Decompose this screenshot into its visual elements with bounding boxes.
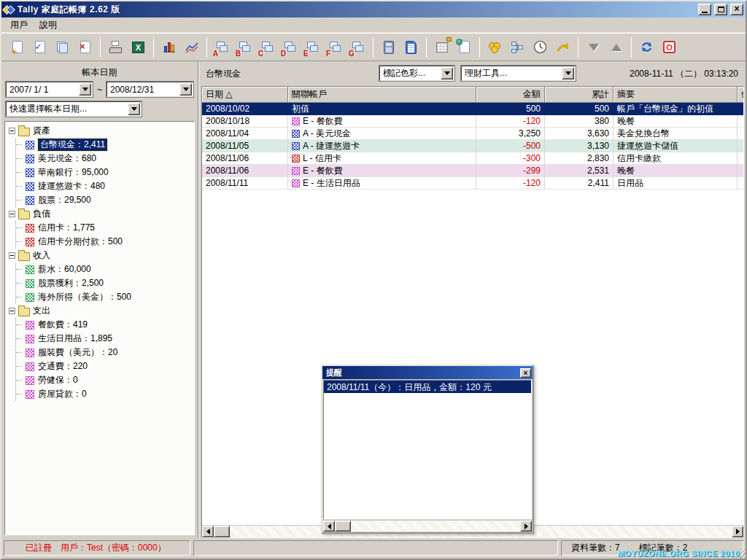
table-row[interactable]: 2008/11/04A - 美元現金3,2503,630美金兌換台幣 [202, 128, 743, 140]
tree-item[interactable]: 餐飲費：419 [16, 318, 194, 332]
table-row[interactable]: 2008/11/11E - 生活日用品-1202,411日用品 [202, 177, 743, 190]
scroll-left-button[interactable] [202, 526, 214, 537]
tree-item[interactable]: 信用卡：1,775 [16, 221, 194, 235]
column-header-date[interactable]: 日期 △ [202, 87, 288, 103]
cell-c4: 3,130 [545, 140, 614, 152]
quick-entry-button[interactable] [551, 36, 574, 58]
report-button[interactable] [453, 36, 476, 58]
quick-date-combobox[interactable]: 快速選擇帳本日期... [6, 101, 142, 117]
marker-color-dropdown-button[interactable] [441, 67, 453, 79]
tree-item-label: 信用卡分期付款：500 [38, 236, 123, 248]
copy-entry-button[interactable] [51, 36, 74, 58]
tree-item[interactable]: 信用卡分期付款：500 [16, 235, 194, 249]
transfer-d-button[interactable]: D [279, 36, 301, 58]
quick-date-dropdown-button[interactable] [128, 103, 140, 115]
scrollbar-thumb[interactable] [335, 521, 351, 532]
date-to-combobox[interactable]: 2008/12/31 [107, 82, 193, 97]
menu-help[interactable]: 說明 [34, 18, 63, 33]
tree-item[interactable]: 房屋貸款：0 [16, 387, 194, 401]
column-header-summary[interactable]: 摘要 [614, 87, 738, 103]
transfer-g-button[interactable]: G [347, 36, 369, 58]
transfer-e-button[interactable]: E [301, 36, 324, 58]
tree-item[interactable]: 股票獲利：2,500 [16, 276, 194, 290]
table-row[interactable]: 2008/10/18E - 餐飲費-120380晚餐 [202, 115, 743, 128]
transfer-b-button[interactable]: B [233, 36, 256, 58]
cell-c5: 晚餐 [614, 115, 738, 128]
reminder-horizontal-scrollbar[interactable] [323, 520, 532, 532]
tree-item[interactable]: 海外所得（美金）：500 [16, 290, 194, 304]
expense-account-icon [292, 117, 300, 125]
toolbar-separator [373, 37, 374, 58]
move-up-button[interactable] [605, 36, 627, 58]
coins-button[interactable] [484, 36, 506, 58]
notepad-button[interactable] [400, 36, 422, 58]
table-row[interactable]: 2008/11/05A - 捷運悠遊卡-5003,130捷運悠遊卡儲值 [202, 140, 743, 152]
tree-item[interactable]: 交通費：220 [16, 359, 194, 373]
line-chart-button[interactable] [180, 36, 203, 58]
column-header-total[interactable]: 累計 [545, 87, 614, 103]
column-header-account[interactable]: 關聯帳戶 [288, 87, 476, 103]
tree-item[interactable]: 服裝費（美元）：20 [16, 346, 194, 359]
calendar-lock-button[interactable] [430, 36, 453, 58]
tree-item-label: 房屋貸款：0 [38, 388, 87, 400]
collapse-icon[interactable] [9, 128, 15, 134]
tree-item[interactable]: 美元現金：680 [16, 152, 194, 166]
new-entry-button[interactable]: ＋ [6, 36, 28, 58]
collapse-icon[interactable] [9, 308, 15, 314]
tree-item[interactable]: 捷運悠遊卡：480 [16, 179, 194, 193]
collapse-icon[interactable] [9, 252, 15, 259]
accounts-tree-button[interactable] [506, 36, 529, 58]
tree-category[interactable]: 資產 [7, 124, 194, 138]
cell-c3: -500 [476, 140, 545, 152]
tree-category[interactable]: 支出 [7, 304, 194, 318]
expense-account-icon [292, 167, 300, 175]
date-from-combobox[interactable]: 2007/ 1/ 1 [6, 82, 93, 97]
tree-item[interactable]: 薪水：60,000 [16, 262, 194, 276]
column-header-note[interactable]: 備註 [738, 87, 744, 103]
table-row[interactable]: 2008/11/06E - 餐飲費-2992,531晚餐 [202, 165, 743, 177]
collapse-icon[interactable] [9, 211, 15, 217]
export-excel-button[interactable]: X [127, 36, 150, 58]
exit-button[interactable]: O [658, 36, 681, 58]
tree-item[interactable]: 台幣現金：2,411 [16, 138, 194, 152]
notepad-icon [404, 40, 419, 55]
delete-entry-button[interactable]: × [74, 36, 96, 58]
tree-item[interactable]: 勞健保：0 [16, 373, 194, 387]
transfer-a-button[interactable]: A [211, 36, 233, 58]
close-button[interactable]: × [730, 4, 743, 15]
finance-tools-combobox[interactable]: 理財工具... [461, 66, 576, 81]
transfer-c-button[interactable]: C [256, 36, 279, 58]
date-to-dropdown-button[interactable] [179, 83, 192, 96]
calculator-button[interactable] [377, 36, 400, 58]
scroll-left-button[interactable] [323, 521, 335, 532]
tree-item-label: 股票獲利：2,500 [38, 277, 104, 289]
column-header-amount[interactable]: 金額 [476, 87, 545, 103]
finance-tools-dropdown-button[interactable] [562, 67, 574, 79]
table-row[interactable]: 2008/10/02初值500500帳戶「台幣現金」的初值 [202, 103, 743, 115]
tree-item[interactable]: 華南銀行：95,000 [16, 166, 194, 179]
minimize-button[interactable] [698, 4, 711, 15]
marker-color-combobox[interactable]: 標記色彩... [379, 66, 454, 81]
scroll-right-button[interactable] [732, 526, 743, 537]
clock-button[interactable] [529, 36, 551, 58]
transfer-f-button[interactable]: F [324, 36, 347, 58]
tree-category[interactable]: 收入 [7, 249, 194, 262]
date-from-dropdown-button[interactable] [79, 83, 91, 96]
edit-entry-button[interactable]: ✓ [28, 36, 51, 58]
scrollbar-thumb[interactable] [214, 526, 230, 537]
sync-button[interactable] [635, 36, 658, 58]
expense-account-icon [26, 376, 34, 385]
table-row[interactable]: 2008/11/06L - 信用卡-3002,830信用卡繳款 [202, 152, 743, 165]
quick-date-value: 快速選擇帳本日期... [7, 103, 128, 115]
move-down-button[interactable] [582, 36, 605, 58]
scroll-right-button[interactable] [520, 521, 532, 532]
tree-item[interactable]: 股票：29,500 [16, 193, 194, 207]
maximize-button[interactable] [714, 4, 727, 15]
bar-chart-button[interactable] [158, 36, 180, 58]
tree-category[interactable]: 負債 [7, 207, 194, 221]
menu-user[interactable]: 用戶 [4, 18, 34, 33]
print-button[interactable] [104, 36, 127, 58]
reminder-item[interactable]: 2008/11/11（今）：日用品，金額：120 元 [324, 381, 531, 393]
tree-item[interactable]: 生活日用品：1,895 [16, 332, 194, 346]
reminder-close-button[interactable]: × [520, 368, 531, 378]
